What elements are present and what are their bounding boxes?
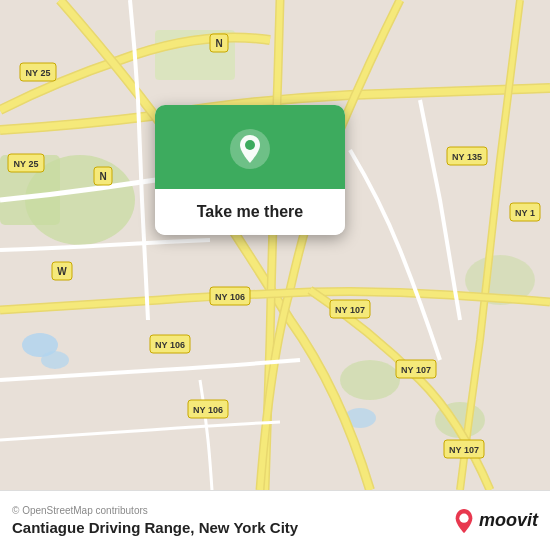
bottom-bar: © OpenStreetMap contributors Cantiague D… (0, 490, 550, 550)
svg-point-38 (459, 513, 468, 522)
moovit-text: moovit (479, 510, 538, 531)
popup-green-area (155, 105, 345, 189)
svg-text:NY 106: NY 106 (155, 340, 185, 350)
svg-text:NY 106: NY 106 (215, 292, 245, 302)
popup-card: Take me there (155, 105, 345, 235)
svg-text:NY 1: NY 1 (515, 208, 535, 218)
svg-text:NY 106: NY 106 (193, 405, 223, 415)
svg-text:NY 25: NY 25 (26, 68, 51, 78)
svg-text:N: N (215, 38, 222, 49)
svg-text:NY 25: NY 25 (14, 159, 39, 169)
svg-point-8 (41, 351, 69, 369)
svg-point-37 (245, 140, 255, 150)
map-container: NY 25 NY 25 N N W NY 135 NY 1 NY 106 NY … (0, 0, 550, 490)
svg-text:NY 107: NY 107 (335, 305, 365, 315)
svg-text:W: W (57, 266, 67, 277)
svg-text:N: N (99, 171, 106, 182)
moovit-logo: moovit (453, 508, 538, 534)
svg-point-3 (340, 360, 400, 400)
take-me-there-button[interactable]: Take me there (155, 189, 345, 235)
svg-text:NY 107: NY 107 (449, 445, 479, 455)
svg-text:NY 107: NY 107 (401, 365, 431, 375)
location-pin-icon (228, 127, 272, 171)
svg-text:NY 135: NY 135 (452, 152, 482, 162)
moovit-pin-icon (453, 508, 475, 534)
